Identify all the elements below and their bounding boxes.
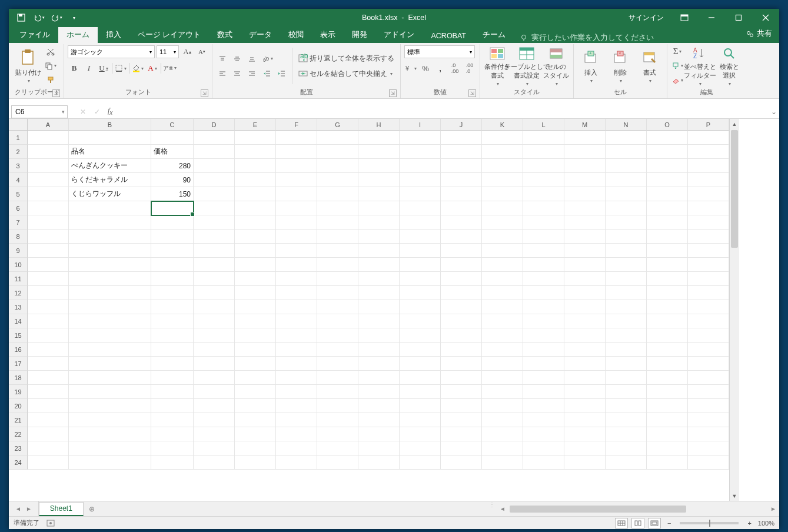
cell-N14[interactable] xyxy=(606,314,647,328)
cell-D6[interactable] xyxy=(194,201,235,215)
cell-O23[interactable] xyxy=(647,441,688,455)
cell-K5[interactable] xyxy=(482,187,523,201)
cell-A9[interactable] xyxy=(28,244,69,258)
cell-K13[interactable] xyxy=(482,300,523,314)
tab-team[interactable]: チーム xyxy=(474,27,514,43)
cell-P10[interactable] xyxy=(688,258,729,272)
cell-M12[interactable] xyxy=(564,286,606,300)
maximize-button[interactable] xyxy=(725,9,752,26)
row-header-8[interactable]: 8 xyxy=(9,230,28,244)
cell-D4[interactable] xyxy=(194,173,235,187)
cell-A22[interactable] xyxy=(28,427,69,441)
cell-O2[interactable] xyxy=(647,145,688,159)
cell-A6[interactable] xyxy=(28,201,69,215)
cell-F3[interactable] xyxy=(276,159,317,173)
cell-J13[interactable] xyxy=(441,300,482,314)
cell-K9[interactable] xyxy=(482,244,523,258)
cell-P6[interactable] xyxy=(688,201,729,215)
cell-I3[interactable] xyxy=(400,159,441,173)
cell-G22[interactable] xyxy=(317,427,358,441)
cell-P20[interactable] xyxy=(688,399,729,413)
cell-G20[interactable] xyxy=(317,399,358,413)
cell-E8[interactable] xyxy=(235,230,276,244)
cell-C14[interactable] xyxy=(151,314,194,328)
cell-C11[interactable] xyxy=(151,272,194,286)
italic-button[interactable]: I xyxy=(82,62,95,75)
cell-D19[interactable] xyxy=(194,385,235,399)
cell-P5[interactable] xyxy=(688,187,729,201)
tab-review[interactable]: 校閲 xyxy=(280,27,312,43)
close-button[interactable] xyxy=(752,9,779,26)
cell-L17[interactable] xyxy=(523,357,564,371)
cell-G7[interactable] xyxy=(317,215,358,230)
cell-O22[interactable] xyxy=(647,427,688,441)
cell-P8[interactable] xyxy=(688,230,729,244)
cell-J16[interactable] xyxy=(441,343,482,357)
row-header-13[interactable]: 13 xyxy=(9,300,28,314)
cell-C20[interactable] xyxy=(151,399,194,413)
tab-formulas[interactable]: 数式 xyxy=(209,27,241,43)
cell-D8[interactable] xyxy=(194,230,235,244)
cell-F14[interactable] xyxy=(276,314,317,328)
cell-E21[interactable] xyxy=(235,413,276,427)
cell-D16[interactable] xyxy=(194,343,235,357)
column-header-J[interactable]: J xyxy=(441,119,482,131)
cell-B5[interactable]: くじらワッフル xyxy=(69,187,151,201)
cell-B22[interactable] xyxy=(69,427,151,441)
cell-B7[interactable] xyxy=(69,215,151,230)
cell-D9[interactable] xyxy=(194,244,235,258)
cell-H10[interactable] xyxy=(358,258,400,272)
cell-P14[interactable] xyxy=(688,314,729,328)
underline-button[interactable]: U xyxy=(97,62,110,75)
cell-A11[interactable] xyxy=(28,272,69,286)
cell-C21[interactable] xyxy=(151,413,194,427)
cell-C22[interactable] xyxy=(151,427,194,441)
cell-P2[interactable] xyxy=(688,145,729,159)
cell-J23[interactable] xyxy=(441,441,482,455)
cell-M19[interactable] xyxy=(564,385,606,399)
cell-E22[interactable] xyxy=(235,427,276,441)
format-cells[interactable]: 書式 xyxy=(636,45,663,87)
cell-P18[interactable] xyxy=(688,371,729,385)
cell-E16[interactable] xyxy=(235,343,276,357)
cell-O9[interactable] xyxy=(647,244,688,258)
cell-J10[interactable] xyxy=(441,258,482,272)
cell-M1[interactable] xyxy=(564,131,606,145)
comma-style[interactable]: , xyxy=(434,62,447,75)
cell-N20[interactable] xyxy=(606,399,647,413)
column-header-G[interactable]: G xyxy=(317,119,358,131)
cell-G8[interactable] xyxy=(317,230,358,244)
cell-D7[interactable] xyxy=(194,215,235,230)
hscroll-left[interactable]: ◄ xyxy=(498,506,507,512)
merge-center-button[interactable]: セルを結合して中央揃え xyxy=(296,68,397,79)
insert-cells[interactable]: +挿入 xyxy=(577,45,604,87)
cell-P23[interactable] xyxy=(688,441,729,455)
cell-F4[interactable] xyxy=(276,173,317,187)
cell-G23[interactable] xyxy=(317,441,358,455)
cell-E12[interactable] xyxy=(235,286,276,300)
cell-F18[interactable] xyxy=(276,371,317,385)
cell-D10[interactable] xyxy=(194,258,235,272)
cell-A3[interactable] xyxy=(28,159,69,173)
cell-B21[interactable] xyxy=(69,413,151,427)
increase-indent[interactable] xyxy=(275,67,288,80)
cell-O7[interactable] xyxy=(647,215,688,230)
cell-B4[interactable]: らくだキャラメル xyxy=(69,173,151,187)
cell-C5[interactable]: 150 xyxy=(151,187,194,201)
cell-L15[interactable] xyxy=(523,328,564,343)
cell-G11[interactable] xyxy=(317,272,358,286)
cell-G18[interactable] xyxy=(317,371,358,385)
cell-K21[interactable] xyxy=(482,413,523,427)
cell-D24[interactable] xyxy=(194,455,235,470)
cell-A1[interactable] xyxy=(28,131,69,145)
cell-D22[interactable] xyxy=(194,427,235,441)
cell-P7[interactable] xyxy=(688,215,729,230)
increase-decimal[interactable]: .0.00 xyxy=(448,62,461,75)
cell-A15[interactable] xyxy=(28,328,69,343)
cell-M7[interactable] xyxy=(564,215,606,230)
cell-N1[interactable] xyxy=(606,131,647,145)
cell-H16[interactable] xyxy=(358,343,400,357)
column-header-F[interactable]: F xyxy=(276,119,317,131)
hscroll-sep[interactable]: ⋮ xyxy=(487,501,497,516)
cell-N19[interactable] xyxy=(606,385,647,399)
